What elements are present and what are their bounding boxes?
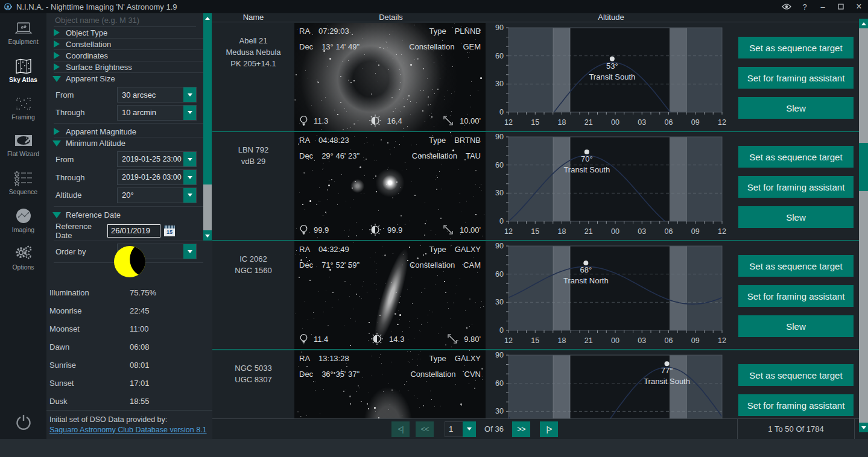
dso-photo: RA04:32:49 TypeGALXY Dec71° 52' 59" Cons… [294, 241, 486, 349]
sidebar-item-sky-atlas[interactable]: Sky Atlas [0, 53, 46, 88]
scroll-down-icon[interactable] [859, 423, 868, 432]
calendar-icon[interactable]: 15 [164, 225, 175, 236]
table-row[interactable]: IC 2062NGC 1560 RA04:32:49 TypeGALXY Dec… [212, 241, 860, 350]
svg-text:90: 90 [495, 133, 504, 141]
expander-constellation[interactable]: Constellation [54, 39, 203, 50]
type-value: GALXY [455, 245, 481, 254]
svg-text:00: 00 [611, 227, 619, 236]
altitude-select[interactable]: 20° [117, 188, 197, 203]
expander-reference-date[interactable]: Reference Date [54, 209, 203, 221]
sidebar-item-options[interactable]: Options [0, 240, 46, 275]
reference-date-input[interactable]: 26/01/2019 [107, 224, 160, 238]
sidebar-item-label: Imaging [12, 226, 34, 233]
apparent-size-value: 10.00' [460, 225, 481, 235]
type-value: GALXY [455, 354, 481, 363]
next-page-button[interactable]: >> [512, 421, 530, 437]
magnitude-value: 11.3 [314, 116, 328, 125]
expander-surface-brightness[interactable]: Surface Brightness [54, 61, 203, 73]
scroll-down-icon[interactable] [203, 231, 212, 241]
svg-text:30: 30 [495, 407, 504, 415]
altitude-chart: 121518210003060912906030077°Transit Sout… [486, 350, 738, 418]
object-name-input[interactable] [54, 15, 196, 27]
sidebar-item-flat-wizard[interactable]: Flat Wizard [0, 128, 46, 163]
svg-text:0: 0 [499, 217, 504, 225]
set-sequence-target-button[interactable]: Set as sequence target [738, 146, 854, 168]
table-row[interactable]: Abell 21Medusa NebulaPK 205+14.1 RA07:29… [212, 23, 860, 132]
expander-apparent-magnitude[interactable]: Apparent Magnitude [54, 126, 203, 137]
apparent-size-from-select[interactable]: 30 arcsec [117, 87, 197, 102]
last-page-button[interactable]: |> [540, 421, 558, 437]
minimize-icon[interactable]: – [814, 0, 832, 13]
object-name-line: vdB 29 [212, 156, 294, 167]
surface-brightness-value: 14.3 [389, 335, 404, 344]
chevron-down-icon [52, 212, 61, 218]
sidebar-item-imaging[interactable]: Imaging [0, 203, 46, 238]
expander-coordinates[interactable]: Coordinates [54, 50, 203, 61]
chevron-right-icon [54, 40, 60, 48]
svg-text:60: 60 [495, 52, 504, 60]
moon-info-value: 18:55 [130, 397, 150, 406]
row-actions: Set as sequence target Set for framing a… [738, 132, 854, 228]
set-framing-assistant-button[interactable]: Set for framing assistant [738, 176, 854, 198]
eye-icon[interactable] [778, 0, 796, 13]
set-framing-assistant-button[interactable]: Set for framing assistant [738, 67, 854, 89]
scrollbar-track[interactable] [859, 28, 868, 423]
expander-label: Reference Date [66, 210, 121, 219]
set-framing-assistant-button[interactable]: Set for framing assistant [738, 285, 854, 307]
scrollbar-thumb[interactable] [203, 184, 212, 230]
object-name-cell: NGC 5033UGC 8307 [212, 350, 294, 385]
power-button[interactable] [0, 414, 46, 432]
dec-value: 71° 52' 59" [322, 260, 360, 269]
scroll-up-icon[interactable] [859, 19, 868, 28]
altitude-through-select[interactable]: 2019-01-26 03:00 [117, 169, 197, 185]
chevron-right-icon [54, 29, 60, 36]
magnitude-bulb-icon [299, 224, 308, 236]
table-row[interactable]: LBN 792vdB 29 RA04:48:23 TypeBRTNB Dec29… [212, 132, 860, 241]
slew-button[interactable]: Slew [738, 97, 854, 119]
page-dropdown-button[interactable] [463, 421, 476, 437]
help-icon[interactable]: ? [796, 0, 814, 13]
sidebar-item-framing[interactable]: Framing [0, 90, 46, 125]
expander-minimum-altitude[interactable]: Minimum Altitude [54, 137, 203, 149]
apparent-size-through-select[interactable]: 10 arcmin [117, 105, 197, 121]
scroll-up-icon[interactable] [203, 13, 212, 23]
slew-button[interactable]: Slew [738, 315, 854, 337]
moon-info-label: Dusk [49, 397, 130, 406]
filter-panel: Object Type Constellation Coordinates Su… [46, 13, 212, 439]
page-number-input[interactable]: 1 [445, 421, 463, 437]
first-page-button[interactable]: <| [391, 421, 410, 437]
surface-brightness-icon [369, 223, 382, 236]
column-header-details: Details [379, 13, 403, 22]
expander-apparent-size[interactable]: Apparent Size [54, 73, 203, 84]
pagination-bar: <| << 1 Of 36 >> |> 1 To 50 Of 1784 [212, 418, 860, 439]
sidebar-item-sequence[interactable]: Sequence [0, 165, 46, 200]
previous-page-button[interactable]: << [416, 421, 434, 437]
set-sequence-target-button[interactable]: Set as sequence target [738, 255, 854, 277]
maximize-icon[interactable] [832, 0, 850, 13]
scrollbar-thumb[interactable] [859, 143, 868, 191]
set-sequence-target-button[interactable]: Set as sequence target [738, 364, 854, 386]
ra-value: 13:13:28 [318, 354, 349, 363]
field-label: Reference Date [54, 222, 107, 240]
chevron-down-icon [183, 188, 196, 203]
moon-info-value: 17:01 [130, 379, 150, 388]
slew-button[interactable]: Slew [738, 206, 854, 228]
table-row[interactable]: NGC 5033UGC 8307 RA13:13:28 TypeGALXY De… [212, 350, 860, 418]
filter-scrollbar[interactable] [203, 13, 212, 241]
attribution-link[interactable]: Saguaro Astronomy Club Database version … [49, 426, 207, 434]
expander-object-type[interactable]: Object Type [54, 27, 203, 39]
svg-text:12: 12 [504, 227, 513, 236]
close-icon[interactable]: × [850, 0, 868, 13]
sidebar-item-equipment[interactable]: Equipment [0, 16, 46, 51]
altitude-from-select[interactable]: 2019-01-25 23:00 [117, 151, 197, 167]
svg-text:0: 0 [499, 108, 504, 116]
set-framing-assistant-button[interactable]: Set for framing assistant [738, 394, 854, 416]
svg-text:06: 06 [665, 118, 673, 127]
object-name-line: PK 205+14.1 [212, 58, 294, 69]
moon-info-row: Dawn 06:08 [46, 338, 212, 356]
svg-text:60: 60 [495, 161, 504, 169]
set-sequence-target-button[interactable]: Set as sequence target [738, 37, 854, 58]
main-scrollbar[interactable] [859, 19, 868, 432]
moon-info-value: 08:01 [130, 361, 150, 370]
svg-text:15: 15 [531, 336, 539, 345]
